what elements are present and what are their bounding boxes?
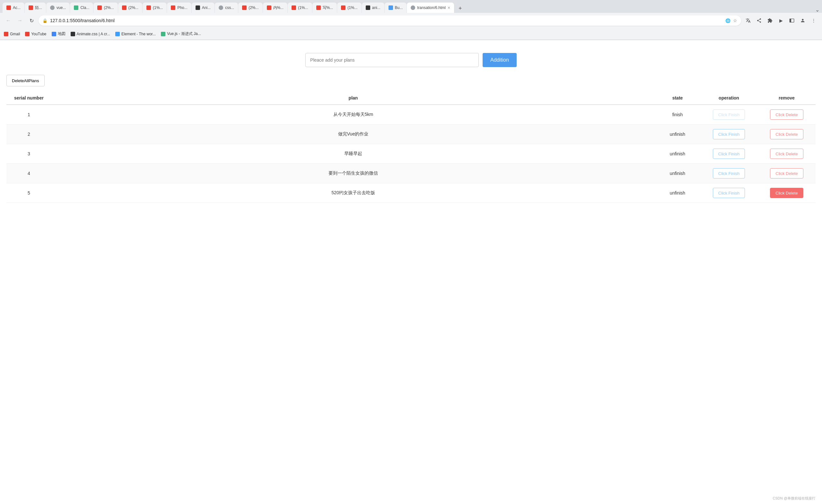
tab-11[interactable]: (2%...: [238, 3, 262, 13]
table-row: 2 做完Vue的作业 unfinish Click Finish Click D…: [6, 124, 816, 144]
cell-plan: 从今天开始每天5km: [51, 105, 655, 124]
bookmark-animate[interactable]: Animate.css | A cr...: [71, 32, 110, 36]
new-tab-button[interactable]: +: [456, 4, 465, 13]
cell-serial: 3: [6, 144, 51, 164]
extensions-icon[interactable]: [766, 16, 775, 25]
tab-close-icon[interactable]: ×: [448, 5, 450, 10]
share-icon[interactable]: [755, 16, 764, 25]
tab-bar: Ac... 陌... vue... Cla... (2%... (2%... (…: [0, 0, 822, 13]
tab-16[interactable]: ani...: [362, 3, 384, 13]
back-button[interactable]: ←: [4, 16, 13, 25]
bookmark-star-icon[interactable]: ☆: [733, 18, 737, 23]
click-finish-button[interactable]: Click Finish: [713, 168, 745, 178]
bookmark-element[interactable]: Element - The wor...: [115, 32, 156, 36]
vuejs-favicon: [161, 32, 165, 36]
header-serial: serial number: [6, 91, 51, 105]
url-text[interactable]: 127.0.0.1:5500/transation/6.html: [50, 18, 723, 23]
translate-toolbar-icon[interactable]: [744, 16, 753, 25]
tab-13[interactable]: (1%...: [288, 3, 312, 13]
click-finish-button[interactable]: Click Finish: [713, 188, 745, 198]
bookmark-youtube[interactable]: YouTube: [25, 32, 46, 36]
cell-state: finish: [655, 105, 700, 124]
tab-label-13: (1%...: [298, 5, 308, 10]
click-delete-button[interactable]: Click Delete: [770, 129, 803, 139]
cell-remove: Click Delete: [758, 164, 816, 183]
translate-icon[interactable]: 🌐: [725, 18, 731, 23]
tab-10[interactable]: css...: [215, 3, 238, 13]
tab-label-2: 陌...: [35, 5, 42, 11]
tab-18-active[interactable]: transation/6.html ×: [407, 3, 454, 13]
tab-label-3: vue...: [56, 5, 66, 10]
cell-operation: Click Finish: [700, 144, 758, 164]
tab-12[interactable]: 内%...: [263, 3, 288, 13]
tab-label-4: Cla...: [80, 5, 89, 10]
click-finish-button[interactable]: Click Finish: [713, 109, 745, 120]
header-plan: plan: [51, 91, 655, 105]
bookmark-maps-label: 地図: [58, 31, 65, 37]
table-body: 1 从今天开始每天5km finish Click Finish Click D…: [6, 105, 816, 203]
table-header-row: serial number plan state operation remov…: [6, 91, 816, 105]
table-row: 5 520约女孩子出去吃饭 unfinish Click Finish Clic…: [6, 183, 816, 203]
cell-remove: Click Delete: [758, 183, 816, 203]
youtube-favicon: [25, 32, 30, 36]
tab-favicon-9: [195, 5, 200, 10]
plans-table: serial number plan state operation remov…: [6, 91, 816, 203]
cell-serial: 4: [6, 164, 51, 183]
click-delete-button[interactable]: Click Delete: [770, 168, 803, 178]
cast-icon[interactable]: ▶: [776, 16, 785, 25]
tab-8[interactable]: Pho...: [167, 3, 191, 13]
header-state: state: [655, 91, 700, 105]
delete-all-button[interactable]: DeleteAllPlans: [6, 75, 45, 86]
click-finish-button[interactable]: Click Finish: [713, 149, 745, 159]
sidebar-icon[interactable]: [787, 16, 796, 25]
animate-favicon: [71, 32, 75, 36]
tab-favicon-7: [146, 5, 151, 10]
tab-favicon-8: [171, 5, 175, 10]
tab-1[interactable]: Ac...: [3, 3, 24, 13]
tab-17[interactable]: Bu...: [385, 3, 407, 13]
tab-label-15: (1%...: [347, 5, 357, 10]
table-row: 1 从今天开始每天5km finish Click Finish Click D…: [6, 105, 816, 124]
cell-remove: Click Delete: [758, 144, 816, 164]
tab-15[interactable]: (1%...: [337, 3, 361, 13]
header-operation: operation: [700, 91, 758, 105]
tab-label-16: ani...: [372, 5, 381, 10]
profile-icon[interactable]: [798, 16, 807, 25]
cell-state: unfinish: [655, 144, 700, 164]
bookmark-maps[interactable]: 地図: [52, 31, 65, 37]
reload-button[interactable]: ↻: [27, 16, 36, 25]
cell-operation: Click Finish: [700, 183, 758, 203]
tab-3[interactable]: vue...: [46, 3, 70, 13]
toolbar-icons: ▶ ⋮: [744, 16, 818, 25]
tab-overflow-button[interactable]: ⌄: [815, 7, 819, 13]
tab-favicon-4: [74, 5, 78, 10]
bookmark-vuejs[interactable]: Vue.js - 渐进式 Ja...: [161, 31, 201, 37]
click-delete-button[interactable]: Click Delete: [770, 109, 803, 120]
bookmarks-bar: Gmail YouTube 地図 Animate.css | A cr... E…: [0, 28, 822, 40]
click-delete-button[interactable]: Click Delete: [770, 188, 803, 198]
cell-state: unfinish: [655, 124, 700, 144]
tab-4[interactable]: Cla...: [70, 3, 93, 13]
plan-input[interactable]: [305, 53, 479, 67]
click-delete-button[interactable]: Click Delete: [770, 149, 803, 159]
bookmark-gmail[interactable]: Gmail: [4, 32, 20, 36]
tab-5[interactable]: (2%...: [93, 3, 117, 13]
tab-label-14: 写%...: [323, 5, 333, 11]
tab-6[interactable]: (2%...: [118, 3, 142, 13]
cell-serial: 2: [6, 124, 51, 144]
click-finish-button[interactable]: Click Finish: [713, 129, 745, 139]
addition-button[interactable]: Addition: [483, 53, 517, 67]
cell-remove: Click Delete: [758, 124, 816, 144]
tab-7[interactable]: (1%...: [142, 3, 167, 13]
tab-9[interactable]: Ani...: [192, 3, 215, 13]
tab-2[interactable]: 陌...: [25, 3, 46, 13]
tab-label-1: Ac...: [13, 5, 21, 10]
forward-button[interactable]: →: [15, 16, 24, 25]
tab-favicon-1: [6, 5, 11, 10]
address-bar[interactable]: 🔒 127.0.0.1:5500/transation/6.html 🌐 ☆: [39, 15, 741, 26]
tab-favicon-12: [267, 5, 271, 10]
table-row: 3 早睡早起 unfinish Click Finish Click Delet…: [6, 144, 816, 164]
menu-icon[interactable]: ⋮: [809, 16, 818, 25]
cell-plan: 做完Vue的作业: [51, 124, 655, 144]
tab-14[interactable]: 写%...: [313, 3, 337, 13]
